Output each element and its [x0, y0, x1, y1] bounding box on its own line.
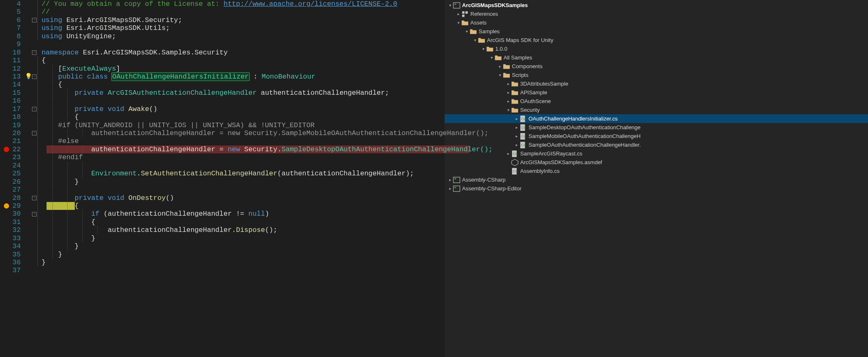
- svg-text:C#: C#: [513, 169, 518, 173]
- preprocessor: #endif: [58, 153, 83, 161]
- fold-toggle[interactable]: −: [32, 49, 37, 57]
- file-asmdef[interactable]: ▸ ArcGISMapsSDKSamples.asmdef: [445, 158, 868, 167]
- solution-explorer[interactable]: ▾ ArcGISMapsSDKSamples ▸ References ▾ As…: [445, 0, 868, 357]
- comment: // You may obtain a copy of the License …: [42, 0, 224, 8]
- fold-gutter[interactable]: − − − − − − −: [32, 0, 37, 357]
- folder-icon: [511, 80, 519, 88]
- folder-components[interactable]: ▸ Components: [445, 62, 868, 71]
- fold-toggle[interactable]: −: [32, 73, 37, 81]
- assembly-csharp-node[interactable]: ▸ Assembly-CSharp: [445, 175, 868, 184]
- csharp-file-icon: C#: [519, 124, 527, 131]
- folder-version[interactable]: ▾ 1.0.0: [445, 44, 868, 53]
- class-name-highlight: OAuthChallengeHandlersInitializer: [112, 73, 249, 81]
- folder-allsamples[interactable]: ▾ All Samples: [445, 53, 868, 62]
- workbench: 4567891011121314151617181920212223242526…: [0, 0, 868, 357]
- svg-marker-15: [511, 159, 518, 166]
- folder-open-icon: [511, 106, 519, 114]
- preprocessor: #else: [58, 137, 79, 145]
- project-node[interactable]: ▾ ArcGISMapsSDKSamples: [445, 1, 868, 10]
- breakpoint-highlight-line: authenticationChallengeHandler = new Sec…: [37, 145, 492, 153]
- fold-toggle[interactable]: −: [32, 16, 37, 24]
- svg-text:C#: C#: [521, 134, 526, 138]
- lightbulb-icon[interactable]: 💡: [25, 73, 32, 81]
- fold-toggle[interactable]: −: [32, 105, 37, 113]
- fold-toggle[interactable]: −: [32, 129, 37, 137]
- file-assemblyinfo[interactable]: ▸ C# AssemblyInfo.cs: [445, 167, 868, 175]
- lightbulb-gutter: 💡: [25, 0, 32, 357]
- csharp-file-icon: C#: [519, 141, 527, 149]
- code-editor[interactable]: 4567891011121314151617181920212223242526…: [0, 0, 445, 357]
- folder-icon: [503, 63, 510, 70]
- folder-apisample[interactable]: ▸ APISample: [445, 88, 868, 97]
- folder-icon: [511, 89, 519, 96]
- svg-text:C#: C#: [521, 117, 526, 121]
- csharp-file-icon: C#: [519, 133, 527, 140]
- breakpoint-gutter[interactable]: [0, 0, 12, 357]
- license-link[interactable]: http://www.apache.org/licenses/LICENSE-2…: [224, 0, 397, 8]
- svg-text:C#: C#: [521, 126, 526, 130]
- folder-security[interactable]: ▾ Security: [445, 106, 868, 114]
- file-desktop-handler[interactable]: ▸ C# SampleDesktopOAuthAuthenticationCha…: [445, 123, 868, 132]
- folder-3dattr[interactable]: ▸ 3DAttributesSample: [445, 79, 868, 88]
- folder-oauthscene[interactable]: ▸ OAuthScene: [445, 97, 868, 106]
- svg-text:C#: C#: [521, 143, 526, 147]
- assembly-csharp-editor-node[interactable]: ▸ Assembly-CSharp-Editor: [445, 184, 868, 193]
- folder-open-icon: [503, 71, 510, 79]
- svg-text:C#: C#: [513, 152, 518, 156]
- references-node[interactable]: ▸ References: [445, 10, 868, 18]
- asmdef-icon: [511, 159, 519, 166]
- csharp-file-icon: C#: [511, 167, 519, 175]
- fold-toggle[interactable]: −: [32, 210, 37, 218]
- file-sample-handler[interactable]: ▸ C# SampleOAuthAuthenticationChallengeH…: [445, 140, 868, 149]
- csharp-file-icon: C#: [519, 115, 527, 123]
- file-raycast[interactable]: ▸ C# SampleArcGISRaycast.cs: [445, 149, 868, 158]
- comment: //: [42, 8, 50, 16]
- code-area[interactable]: // You may obtain a copy of the License …: [37, 0, 492, 357]
- folder-scripts[interactable]: ▾ Scripts: [445, 71, 868, 79]
- fold-toggle[interactable]: −: [32, 194, 37, 202]
- preprocessor: #if (UNITY_ANDROID || UNITY_IOS || UNITY…: [58, 121, 315, 129]
- csharp-file-icon: C#: [511, 150, 519, 158]
- folder-icon: [511, 98, 519, 105]
- step-highlight-line: {: [37, 202, 492, 210]
- file-mobile-handler[interactable]: ▸ C# SampleMobileOAuthAuthenticationChal…: [445, 132, 868, 140]
- breakpoint-line-22[interactable]: [0, 145, 12, 153]
- line-number-gutter: 4567891011121314151617181920212223242526…: [12, 0, 25, 357]
- folder-samples[interactable]: ▾ Samples: [445, 27, 868, 36]
- folder-assets[interactable]: ▾ Assets: [445, 18, 868, 27]
- file-oauth-initializer[interactable]: ▸ C# OAuthChallengeHandlersInitializer.c…: [445, 114, 868, 123]
- breakpoint-line-29[interactable]: [0, 202, 12, 210]
- folder-open-icon: [494, 54, 502, 62]
- folder-sdk[interactable]: ▾ ArcGIS Maps SDK for Unity: [445, 36, 868, 44]
